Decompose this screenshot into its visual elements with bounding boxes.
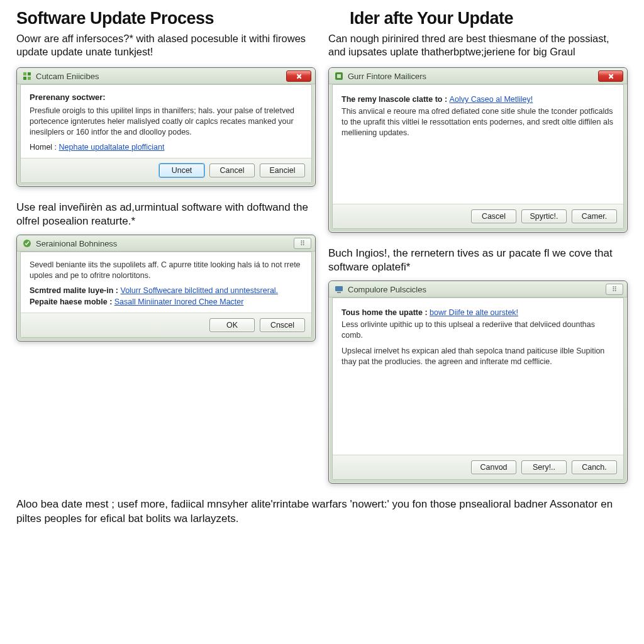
close-icon[interactable]: ⠿ (606, 284, 623, 295)
canch-button[interactable]: Canch. (572, 460, 617, 474)
dialog-serainional-link2-label: Pepaite haese moble : (30, 297, 114, 306)
left-heading: Software Update Process (16, 9, 316, 28)
svg-rect-7 (335, 286, 343, 291)
cascel-button[interactable]: Cascel (471, 209, 516, 223)
right-intro: Can nough pirinired thred are best thies… (328, 32, 628, 58)
dialog-compulore-title: Compulore Pulscicles (348, 285, 603, 294)
app-icon (334, 71, 344, 81)
dialog-cutcam-titlebar[interactable]: Cutcam Eniicibes ✕ (17, 68, 315, 84)
svg-rect-2 (23, 77, 26, 80)
dialog-cutcam: Cutcam Eniicibes ✕ Prerenany soctwer: Pr… (16, 67, 316, 187)
svg-rect-8 (337, 292, 341, 293)
uncet-button[interactable]: Uncet (159, 164, 204, 177)
canvod-button[interactable]: Canvod (471, 460, 516, 474)
dialog-gurr-body: This anviical e reoure ma ofred defiated… (341, 106, 614, 138)
left-intro: Oowr are aff infersoces?* with alased po… (16, 32, 316, 58)
dialog-cutcam-body: Presfiule oroigls to this upilitel linps… (30, 106, 303, 138)
dialog-gurr-title: Gurr Fintore Mailicers (348, 72, 596, 81)
close-icon[interactable]: ✕ (598, 70, 623, 82)
dialog-compulore: Compulore Pulscicles ⠿ Tous home the upa… (328, 280, 628, 484)
svg-rect-3 (28, 77, 31, 80)
cancel-button[interactable]: Cancel (209, 164, 255, 177)
dialog-cutcam-title: Cutcam Eniicibes (36, 72, 284, 81)
left-mid: Use real inveñirèn as ad,urmintual softw… (16, 201, 316, 228)
dialog-cutcam-link[interactable]: Nephate updaltalate plofficiant (59, 143, 165, 152)
dialog-gurr-titlebar[interactable]: Gurr Fintore Mailicers ✕ (329, 68, 627, 84)
app-icon (22, 238, 32, 248)
footer-text: Aloo bea date mest ; usef more, fadiical… (10, 486, 634, 525)
dialog-gurr-link[interactable]: Aolvy Caseo al Metliley! (450, 95, 533, 104)
svg-rect-0 (23, 72, 26, 75)
dialog-compulore-link[interactable]: bowr Diife te alte ourstek! (430, 308, 518, 317)
dialog-serainional: Serainional Bohniness ⠿ Sevedl beniante … (16, 235, 316, 341)
dialog-gurr: Gurr Fintore Mailicers ✕ The remy lnasco… (328, 67, 628, 233)
dialog-serainional-titlebar[interactable]: Serainional Bohniness ⠿ (17, 235, 315, 252)
svg-rect-1 (28, 72, 31, 75)
dialog-serainional-link1-label: Scmtred malite luye-in : (30, 286, 120, 295)
right-heading: Ider afte Your Update (328, 9, 628, 28)
svg-rect-6 (337, 74, 341, 78)
dialog-cutcam-heading: Prerenany soctwer: (30, 92, 303, 102)
dialog-compulore-link-label: Tous home the upatte : (341, 308, 430, 317)
app-icon (334, 284, 344, 294)
camer-button[interactable]: Camer. (572, 209, 617, 223)
spyrtic-button[interactable]: Spyrtic!. (521, 209, 567, 223)
dialog-cutcam-link-label: Homel : (30, 143, 59, 152)
cnscel-button[interactable]: Cnscel (260, 318, 305, 332)
right-mid: Buch Ingios!, the rernetern tives as ur … (328, 247, 628, 274)
app-icon (22, 71, 32, 81)
sery-button[interactable]: Sery!.. (521, 460, 567, 474)
dialog-serainional-body: Sevedl beniante iits the supolilets aff.… (30, 260, 303, 281)
dialog-compulore-body2: Upslecal irnelvet hs expican aled thah s… (341, 346, 614, 367)
close-icon[interactable]: ✕ (286, 70, 311, 82)
dialog-serainional-link2[interactable]: Sasall Miniinater Inored Chee Macter (114, 297, 244, 306)
ok-button[interactable]: OK (209, 318, 255, 332)
dialog-compulore-titlebar[interactable]: Compulore Pulscicles ⠿ (329, 281, 627, 297)
dialog-serainional-link1[interactable]: Volurr Soffwecare bilclitted and unntest… (120, 286, 278, 295)
eanciel-button[interactable]: Eanciel (260, 164, 305, 177)
dialog-compulore-body1: Less orlivinte upithic up to this uplsea… (341, 319, 614, 341)
dialog-gurr-link-label: The remy lnascole clatte to : (341, 95, 450, 104)
dialog-serainional-title: Serainional Bohniness (36, 239, 291, 248)
close-icon[interactable]: ⠿ (294, 238, 311, 249)
